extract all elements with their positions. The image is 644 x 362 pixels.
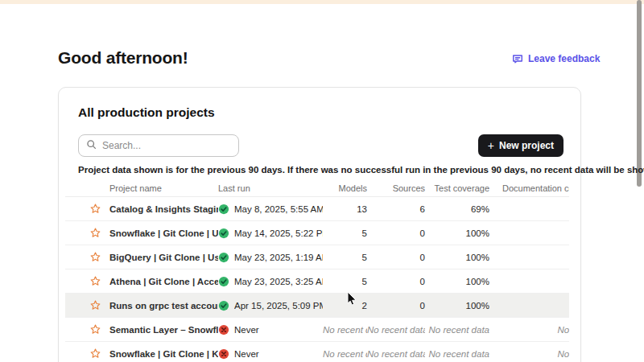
sources-value: 0 (367, 301, 425, 311)
project-name-link[interactable]: Athena | Git Clone | Acces... (109, 277, 218, 286)
models-value: 5 (323, 253, 367, 262)
project-name-link[interactable]: Semantic Layer – Snowflake (109, 325, 218, 335)
sources-value: No recent data (367, 349, 425, 359)
vertical-scrollbar-thumb[interactable] (637, 0, 642, 187)
new-project-button[interactable]: + New project (478, 134, 564, 157)
run-success-icon (218, 228, 229, 239)
last-run-text: May 23, 2025, 3:25 AM BST (234, 277, 323, 286)
star-icon[interactable] (89, 299, 101, 311)
run-success-icon (218, 252, 229, 263)
search-input[interactable] (102, 140, 231, 151)
star-icon[interactable] (89, 203, 101, 215)
projects-card: All production projects + New project Pr… (58, 87, 581, 362)
search-icon (86, 138, 97, 153)
top-banner-strip (0, 0, 644, 4)
header-last-run: Last run (218, 183, 323, 193)
last-run-text: May 14, 2025, 5:22 PM BST (234, 228, 323, 238)
project-name-link[interactable]: Snowflake | Git Clone | Use... (109, 228, 218, 238)
ninety-day-info-text: Project data shown is for the previous 9… (78, 165, 644, 175)
last-run-text: May 23, 2025, 1:19 AM BST (234, 253, 323, 262)
sources-value: 0 (367, 253, 425, 262)
sources-value: 6 (367, 204, 425, 214)
feedback-label: Leave feedback (528, 53, 600, 64)
test-coverage-value: 69% (425, 204, 489, 214)
table-row[interactable]: Catalog & Insights Staging... May 8, 202… (65, 197, 569, 221)
test-coverage-value: 100% (425, 228, 489, 238)
test-coverage-value: 100% (425, 301, 489, 311)
header-documentation-coverage: Documentation coverage (489, 183, 569, 193)
sources-value: No recent data (367, 325, 425, 335)
favorite-star-cell[interactable] (65, 348, 109, 360)
star-icon[interactable] (89, 323, 101, 335)
favorite-star-cell[interactable] (65, 251, 109, 263)
project-name-link[interactable]: BigQuery | Git Clone | User... (109, 253, 218, 262)
documentation-coverage-value: No recent data (489, 349, 569, 359)
documentation-coverage-value: No recent data (489, 325, 569, 335)
page-title: Good afternoon! (58, 48, 188, 68)
projects-table: Project name Last run Models Sources Tes… (65, 179, 569, 362)
table-row[interactable]: Athena | Git Clone | Acces... May 23, 20… (65, 269, 569, 294)
models-value: 13 (323, 204, 367, 214)
star-icon[interactable] (89, 251, 101, 263)
run-success-icon (218, 300, 229, 311)
test-coverage-value: No recent data (425, 349, 489, 359)
feedback-icon (512, 53, 523, 64)
table-header-row: Project name Last run Models Sources Tes… (65, 179, 569, 197)
project-search[interactable] (78, 134, 239, 157)
table-body: Catalog & Insights Staging... May 8, 202… (65, 197, 569, 362)
card-title: All production projects (78, 105, 215, 120)
project-name-link[interactable]: Catalog & Insights Staging... (109, 204, 218, 214)
project-name-link[interactable]: Runs on grpc test account (109, 301, 218, 311)
favorite-star-cell[interactable] (65, 299, 109, 311)
run-error-icon (218, 324, 229, 335)
models-value: 5 (323, 277, 367, 286)
header-test-coverage: Test coverage (425, 183, 489, 193)
project-name-link[interactable]: Snowflake | Git Clone | Key... (109, 349, 218, 359)
sources-value: 0 (367, 277, 425, 286)
sources-value: 0 (367, 228, 425, 238)
run-error-icon (218, 348, 229, 360)
table-row[interactable]: Runs on grpc test account Apr 15, 2025, … (65, 294, 569, 318)
star-icon[interactable] (89, 275, 101, 287)
run-success-icon (218, 276, 229, 287)
favorite-star-cell[interactable] (65, 203, 109, 215)
test-coverage-value: 100% (425, 253, 489, 262)
test-coverage-value: No recent data (425, 325, 489, 335)
table-row[interactable]: BigQuery | Git Clone | User... May 23, 2… (65, 245, 569, 269)
models-value: No recent data (323, 349, 367, 359)
models-value: 5 (323, 228, 367, 238)
star-icon[interactable] (89, 227, 101, 239)
last-run-text: May 8, 2025, 5:55 AM BST (234, 204, 323, 214)
last-run-text: Never (234, 325, 259, 335)
new-project-label: New project (499, 140, 554, 151)
table-row[interactable]: Snowflake | Git Clone | Use... May 14, 2… (65, 221, 569, 245)
test-coverage-value: 100% (425, 277, 489, 286)
favorite-star-cell[interactable] (65, 323, 109, 335)
last-run-text: Never (234, 349, 259, 359)
run-success-icon (218, 204, 229, 215)
plus-icon: + (488, 140, 494, 151)
star-icon[interactable] (89, 348, 101, 360)
header-sources: Sources (367, 183, 425, 193)
leave-feedback-link[interactable]: Leave feedback (512, 53, 600, 64)
table-row[interactable]: Snowflake | Git Clone | Key... Never No … (65, 342, 569, 362)
favorite-star-cell[interactable] (65, 227, 109, 239)
table-row[interactable]: Semantic Layer – Snowflake Never No rece… (65, 318, 569, 342)
models-value: No recent data (323, 325, 367, 335)
models-value: 2 (323, 301, 367, 311)
header-project-name: Project name (109, 183, 218, 193)
favorite-star-cell[interactable] (65, 275, 109, 287)
header-models: Models (323, 183, 367, 193)
last-run-text: Apr 15, 2025, 5:09 PM BST (234, 301, 323, 311)
